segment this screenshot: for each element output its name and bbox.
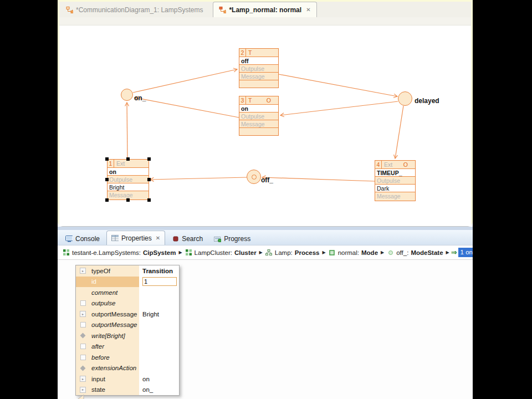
process-icon [265,249,273,255]
selection-handle[interactable] [147,178,151,181]
property-row-comment[interactable]: comment [76,287,179,298]
edge-t3-to-on[interactable] [135,98,239,117]
console-icon [65,236,73,242]
selection-handle[interactable] [105,198,109,202]
chevron-right-icon: ▶ [323,250,326,255]
outpulse-label: Outpulse [375,177,415,185]
expand-icon[interactable]: ▸ [80,311,86,317]
breadcrumb-type: CipSystem [143,249,176,256]
panel-tab-label: Progress [224,235,250,243]
message-label: Message [375,192,415,200]
transition-kind: Ext [116,160,125,167]
selection-handle[interactable] [105,157,109,161]
edge-t2-to-delayed[interactable] [279,74,397,96]
state-off[interactable] [247,170,261,184]
checkbox-icon[interactable] [80,300,86,306]
transition-box-4[interactable]: 4 Ext O TIMEUP_ Outpulse Dark Message [375,160,416,201]
property-row-write-bright[interactable]: write[Bright] [76,330,179,341]
breadcrumb-item-transition[interactable]: 1 on:Transition [458,248,473,257]
selection-handle[interactable] [126,157,130,161]
breadcrumb-name: 1 on: [461,249,473,255]
property-row-outportmessage[interactable]: ▸ outportMessage Bright [76,309,179,320]
edge-off-to-t1[interactable] [150,177,247,180]
modestate-icon [387,250,394,255]
transition-box-1[interactable]: 1 Ext on Outpulse Bright Message [107,159,149,200]
breadcrumb-item-cluster[interactable]: LampCluster:Cluster [185,249,257,256]
breadcrumb-name: Lamp: [275,249,293,256]
selection-handle[interactable] [126,198,130,202]
property-row-id[interactable]: id [76,277,179,288]
breadcrumb-item-mode[interactable]: normal:Mode [329,249,378,256]
diagram-icon [219,6,226,14]
transition-box-body [239,80,278,88]
editor-tab-lamp-normal[interactable]: *Lamp_normal: normal ✕ [213,2,316,17]
edge-on-to-t2[interactable] [133,69,237,93]
panel-tab-label: Properties [121,234,152,242]
tab-search[interactable]: Search [167,233,207,245]
outpulse-label: Outpulse [108,176,149,183]
edge-delayed-to-t3[interactable] [280,101,398,115]
transition-output-message: Bright [108,183,149,191]
selection-handle[interactable] [105,178,109,181]
edge-delayed-to-t4[interactable] [395,106,403,158]
transition-box-2[interactable]: 2 T off Outpulse Message [239,48,279,88]
selection-handle[interactable] [147,198,151,202]
checkbox-icon[interactable] [80,344,86,349]
property-row-outpulse[interactable]: outpulse [76,298,179,309]
property-row-input[interactable]: ▸ input on [76,374,179,385]
editor-toolbar [59,17,471,25]
selection-handle[interactable] [147,157,151,161]
checkbox-icon[interactable] [80,322,86,328]
properties-icon [111,235,119,241]
transition-input: on [239,105,278,112]
breadcrumb-name: off_: [396,249,408,256]
breadcrumb-item-modestate[interactable]: off_:ModeState [387,249,443,256]
transition-box-3[interactable]: 3 T O on Outpulse Message [239,96,279,136]
property-row-extensionaction[interactable]: extensionAction [76,363,179,374]
tab-console[interactable]: Console [61,233,104,245]
system-icon [63,249,70,255]
property-row-state[interactable]: ▸ state on_ [76,385,179,396]
breadcrumb-type: Process [295,249,320,256]
expand-icon[interactable]: ▸ [80,387,86,393]
expand-icon[interactable]: ▸ [80,268,86,274]
property-row-before[interactable]: before [76,352,179,363]
property-row-typeof[interactable]: ▸ typeOf Transition [76,265,179,277]
property-row-after[interactable]: after [76,341,179,352]
transition-number: 3 [239,96,246,104]
transition-header: 1 Ext [108,160,149,168]
message-label: Message [239,120,278,128]
close-icon[interactable]: ✕ [306,7,310,13]
tab-progress[interactable]: Progress [209,233,255,245]
outpulse-label: Outpulse [239,112,278,120]
checkbox-icon[interactable] [80,355,86,360]
edge-t1-to-on[interactable] [127,103,127,159]
diagram-canvas[interactable]: 2 T off Outpulse Message 3 T O on Outpul… [59,25,471,226]
state-delayed[interactable] [398,91,412,106]
property-row-outportmessage-2[interactable]: outportMessage [76,320,179,331]
transition-kind: Ext [384,161,392,168]
transition-number: 1 [108,160,114,167]
tab-properties[interactable]: Properties ✕ [106,231,165,245]
chevron-right-icon: ▶ [259,250,263,255]
close-icon[interactable]: ✕ [156,235,160,241]
id-input[interactable] [142,277,177,286]
breadcrumb-type: ModeState [411,249,443,256]
transition-flag: O [267,97,271,104]
progress-icon [214,236,221,242]
edge-t4-to-off[interactable] [262,177,375,181]
breadcrumb: testant-e.LampSystems:CipSystem ▶ LampCl… [58,245,473,260]
diagram-icon [66,6,73,14]
breadcrumb-item-cipsystem[interactable]: testant-e.LampSystems:CipSystem [63,249,176,256]
editor-tabbar: *CommunicationDiagram_1: LampSystems *La… [59,2,471,17]
transition-output-message: Dark [375,185,415,192]
panel-tab-label: Search [182,235,203,243]
chevron-right-icon: ▶ [381,250,384,255]
state-on[interactable] [121,89,133,101]
panel-tab-label: Console [75,235,100,243]
breadcrumb-item-process[interactable]: Lamp:Process [265,249,320,256]
mode-icon [329,250,336,255]
expand-icon[interactable]: ▸ [80,376,86,382]
editor-tab-communication-diagram[interactable]: *CommunicationDiagram_1: LampSystems [60,3,208,17]
breadcrumb-name: testant-e.LampSystems: [72,249,141,256]
